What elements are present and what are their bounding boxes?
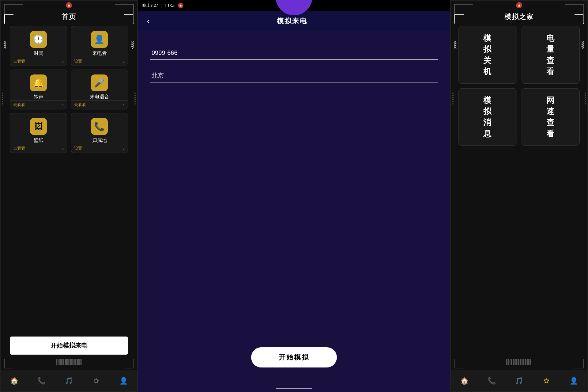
location-text-input[interactable]	[150, 69, 438, 82]
caller-action[interactable]: 设置 ›	[71, 57, 128, 66]
feature-card-ringtone[interactable]: 🔔 铃声 去看看 ›	[10, 70, 67, 109]
right-bottom-left-corner-deco	[454, 359, 464, 368]
phone-number-input[interactable]	[150, 46, 438, 60]
right-nav-user[interactable]: 👤	[567, 375, 580, 387]
right-nav-home[interactable]: 🏠	[458, 375, 471, 387]
left-panel-inner: ◉ ≪≪ ≫≫ 首页 🕐 时间 去看看 ›	[1, 1, 137, 391]
mid-speed-text: |	[160, 3, 161, 8]
left-barcode-deco	[56, 359, 82, 365]
location-text-group	[150, 69, 438, 82]
time-label: 时间	[34, 50, 43, 57]
top-left-corner-deco	[4, 14, 13, 24]
feature-card-wallpaper[interactable]: 🖼 壁纸 去看看 ›	[10, 113, 67, 153]
location-label: 归属地	[92, 137, 107, 144]
right-top-right-corner-deco	[575, 14, 584, 24]
time-action[interactable]: 去看看 ›	[10, 57, 67, 66]
ringtone-label: 铃声	[34, 94, 43, 100]
voice-label: 来电语音	[90, 94, 109, 100]
left-feature-grid: 🕐 时间 去看看 › 👤 来电者 设置 › 🔔 铃声	[1, 26, 137, 153]
right-nav-music[interactable]: 🎵	[513, 375, 525, 387]
left-status-icon: ◉	[66, 2, 72, 8]
right-right-dot-deco	[585, 93, 586, 105]
left-bottom-nav: 🏠 📞 🎵 ✿ 👤	[1, 370, 137, 391]
mid-time-text: 晚上8:27	[142, 3, 158, 8]
right-left-dot-deco	[452, 93, 454, 105]
right-card-mock-shutdown[interactable]: 模拟关机	[458, 26, 517, 84]
right-panel-inner: ◉ ≪≪ ≫≫ 模拟之家 模拟关机 电量查看 模拟消息	[451, 1, 587, 391]
right-label-mock-shutdown: 模拟关机	[483, 32, 492, 77]
right-dot-deco	[134, 93, 136, 105]
right-bottom-nav: 🏠 📞 🎵 ✿ 👤	[451, 370, 587, 391]
location-chevron-icon: ›	[123, 146, 125, 151]
right-card-mock-message[interactable]: 模拟消息	[458, 88, 517, 146]
wallpaper-icon: 🖼	[30, 118, 47, 135]
mid-network-speed: 1.1K/s	[164, 3, 175, 8]
ringtone-chevron-icon: ›	[62, 102, 64, 107]
right-card-battery-check[interactable]: 电量查看	[522, 26, 580, 84]
right-nav-phone[interactable]: 📞	[486, 375, 498, 387]
voice-chevron-icon: ›	[123, 102, 125, 107]
wallpaper-action[interactable]: 去看看 ›	[10, 144, 67, 153]
location-action[interactable]: 设置 ›	[71, 144, 128, 153]
ringtone-action[interactable]: 去看看 ›	[10, 100, 67, 109]
right-label-battery-check: 电量查看	[546, 32, 555, 77]
mid-back-button[interactable]: ‹	[144, 15, 153, 27]
bottom-right-corner-deco	[124, 359, 134, 368]
phone-number-group	[150, 46, 438, 60]
time-chevron-icon: ›	[62, 59, 64, 64]
voice-icon: 🎤	[91, 74, 108, 91]
feature-card-caller[interactable]: 👤 来电者 设置 ›	[71, 26, 128, 66]
left-nav-music[interactable]: 🎵	[63, 375, 75, 387]
left-panel-title: 首页	[62, 12, 76, 21]
right-label-mock-message: 模拟消息	[483, 95, 492, 139]
home-indicator	[276, 388, 312, 389]
left-dot-deco	[2, 93, 3, 105]
left-nav-user[interactable]: 👤	[117, 375, 130, 387]
ringtone-action-text: 去看看	[13, 102, 25, 108]
location-icon: 📞	[91, 118, 108, 135]
right-chevron-deco: ≫≫	[130, 40, 136, 48]
wallpaper-chevron-icon: ›	[62, 146, 64, 151]
caller-action-text: 设置	[74, 59, 82, 64]
left-phone-panel: ◉ ≪≪ ≫≫ 首页 🕐 时间 去看看 ›	[0, 0, 138, 392]
feature-card-time[interactable]: 🕐 时间 去看看 ›	[10, 26, 67, 66]
feature-card-voice[interactable]: 🎤 来电语音 去看看 ›	[71, 70, 128, 109]
location-action-text: 设置	[74, 146, 82, 151]
right-top-left-corner-deco	[454, 14, 464, 24]
right-feature-grid: 模拟关机 电量查看 模拟消息 网速查看	[451, 26, 587, 146]
middle-phone-panel: 晚上8:27 | 1.1K/s ◉ ‹ 模拟来电 开始模拟	[138, 0, 450, 392]
left-status-bar: ◉	[1, 1, 137, 10]
left-nav-home[interactable]: 🏠	[8, 375, 21, 387]
wallpaper-action-text: 去看看	[13, 146, 25, 151]
caller-icon: 👤	[91, 31, 108, 48]
mid-status-icon: ◉	[178, 3, 183, 8]
right-right-chevron-deco: ≫≫	[580, 40, 586, 48]
left-nav-apps[interactable]: ✿	[90, 375, 102, 387]
right-phone-panel: ◉ ≪≪ ≫≫ 模拟之家 模拟关机 电量查看 模拟消息	[450, 0, 588, 392]
left-start-call-button[interactable]: 开始模拟来电	[10, 337, 128, 355]
right-bottom-right-corner-deco	[575, 359, 584, 368]
mid-bottom-area: 开始模拟	[251, 347, 337, 367]
mid-start-button[interactable]: 开始模拟	[251, 347, 337, 367]
right-left-chevron-deco: ≪≪	[452, 40, 458, 48]
time-action-text: 去看看	[13, 59, 25, 64]
right-barcode-deco	[506, 359, 532, 365]
time-icon: 🕐	[30, 31, 47, 48]
bottom-left-corner-deco	[4, 359, 13, 368]
right-status-bar: ◉	[451, 1, 587, 10]
right-nav-apps[interactable]: ✿	[540, 375, 552, 387]
wallpaper-label: 壁纸	[34, 137, 43, 144]
feature-card-location[interactable]: 📞 归属地 设置 ›	[71, 113, 128, 153]
voice-action[interactable]: 去看看 ›	[71, 100, 128, 109]
left-chevron-deco: ≪≪	[2, 40, 8, 48]
right-card-speed-check[interactable]: 网速查看	[522, 88, 580, 146]
right-status-icon: ◉	[516, 2, 522, 8]
ringtone-icon: 🔔	[30, 74, 47, 91]
mid-content	[138, 31, 450, 392]
caller-chevron-icon: ›	[123, 59, 125, 64]
left-nav-phone[interactable]: 📞	[36, 375, 48, 387]
voice-action-text: 去看看	[74, 102, 86, 108]
top-right-corner-deco	[124, 14, 134, 24]
caller-label: 来电者	[92, 50, 107, 57]
right-label-speed-check: 网速查看	[546, 95, 555, 139]
